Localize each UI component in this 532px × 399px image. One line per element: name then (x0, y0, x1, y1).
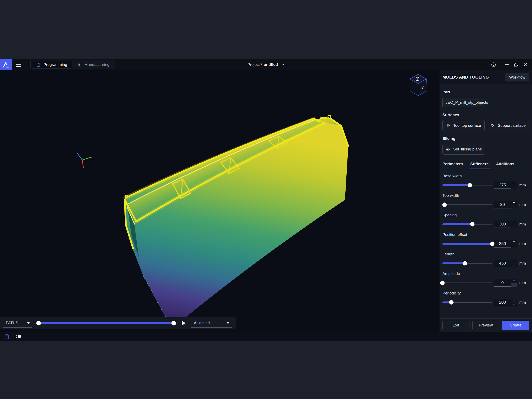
contrast-toggle-icon[interactable] (15, 334, 22, 339)
create-button[interactable]: Create (502, 321, 529, 330)
paths-dropdown[interactable]: PATHS (3, 319, 32, 328)
slider-value-input[interactable]: 275 (494, 181, 511, 189)
unit-label: mm (519, 203, 526, 207)
tab-additions[interactable]: Additions (496, 162, 514, 169)
dropdown-arrow-icon (226, 322, 230, 324)
slider-thumb[interactable] (470, 222, 475, 227)
slider-row: Amplitude 0 + - mm (443, 271, 529, 287)
increment-button[interactable]: + (511, 201, 517, 204)
decrement-button[interactable]: - (511, 185, 517, 189)
slider-fill (443, 223, 472, 225)
slider-track[interactable] (443, 261, 492, 266)
slider-track[interactable] (443, 222, 492, 227)
increment-button[interactable]: + (511, 240, 517, 244)
paths-dropdown-value: PATHS (6, 321, 18, 325)
slider-value-input[interactable]: 850 (494, 240, 511, 247)
cursor-icon (446, 123, 450, 128)
slider-thumb[interactable] (463, 261, 467, 266)
cursor-icon (490, 123, 495, 128)
part-name-field[interactable]: JEC_P_mill_stp_objects (443, 98, 485, 107)
tab-programming-label: Programming (44, 62, 67, 67)
decrement-button[interactable]: - (511, 303, 517, 306)
playback-bar: PATHS Animated (0, 317, 236, 329)
preview-button[interactable]: Preview (472, 321, 499, 330)
timeline-slider[interactable] (39, 321, 174, 326)
restore-icon (514, 62, 519, 67)
viewport-3d[interactable]: Z X Y PATHS Animated (0, 70, 439, 332)
minimize-button[interactable] (502, 59, 512, 70)
help-button[interactable]: ? (489, 59, 498, 70)
support-surface-button[interactable]: Support surface (487, 120, 529, 131)
decrement-button[interactable]: - (511, 224, 517, 228)
viewcube-z-label: Z (416, 76, 420, 82)
slider-value-input[interactable]: 300 (494, 221, 511, 228)
play-button[interactable] (182, 321, 186, 326)
slider-thumb[interactable] (440, 281, 445, 285)
slider-track[interactable] (443, 300, 492, 305)
workflow-button[interactable]: Workflow (505, 73, 529, 82)
slider-fill (443, 262, 465, 264)
slider-thumb[interactable] (468, 183, 472, 187)
slider-row: Top width 30 + - mm (443, 193, 529, 209)
decrement-button[interactable]: - (511, 264, 517, 267)
view-cube[interactable]: Z X Y (408, 73, 429, 98)
slider-fill (443, 184, 470, 186)
tab-perimeters[interactable]: Perimeters (443, 162, 463, 169)
tab-stiffeners[interactable]: Stiffeners (470, 162, 488, 169)
slider-stepper: + - (511, 279, 517, 287)
slider-thumb[interactable] (490, 242, 494, 246)
slider-track[interactable] (443, 202, 492, 207)
animation-mode-dropdown[interactable]: Animated (191, 319, 232, 328)
model-3d[interactable] (0, 70, 439, 332)
status-bar (0, 332, 532, 341)
slider-value-input[interactable]: 30 (494, 201, 511, 209)
support-surface-label: Support surface (498, 123, 526, 128)
slider-stepper: + - (511, 240, 517, 247)
decrement-button[interactable]: - (511, 244, 517, 247)
breadcrumb-prefix: Project / (247, 62, 262, 67)
timeline-start-handle[interactable] (36, 321, 41, 325)
menu-icon[interactable] (16, 63, 21, 67)
slider-label: Periodicity (443, 291, 529, 296)
slider-thumb[interactable] (449, 300, 454, 305)
slider-row: Length 450 + - mm (443, 252, 529, 267)
window-controls: ? (485, 59, 532, 70)
slider-track[interactable] (443, 280, 492, 285)
slider-label: Top width (443, 193, 529, 198)
slider-stepper: + - (511, 181, 517, 189)
minimize-icon (505, 64, 509, 65)
timeline-end-handle[interactable] (171, 321, 176, 325)
slider-thumb[interactable] (442, 203, 447, 207)
slider-track[interactable] (443, 183, 492, 188)
increment-button[interactable]: + (511, 181, 517, 185)
slider-value-input[interactable]: 450 (494, 260, 511, 267)
unit-label: mm (519, 280, 526, 285)
breadcrumb[interactable]: Project / untitled (247, 59, 285, 70)
slider-row: Base width 275 + - mm (443, 174, 529, 189)
set-slicing-plane-button[interactable]: Set slicing plane (443, 144, 485, 155)
exit-button[interactable]: Exit (443, 321, 469, 330)
timeline-fill (39, 322, 174, 324)
slider-fill (443, 243, 492, 245)
tool-top-surface-label: Tool top surface (453, 123, 481, 128)
decrement-button[interactable]: - (511, 283, 517, 287)
increment-button[interactable]: + (511, 299, 517, 302)
tool-top-surface-button[interactable]: Tool top surface (443, 120, 485, 131)
app-logo[interactable] (0, 59, 12, 70)
tab-manufacturing[interactable]: Manufacturing (72, 61, 114, 68)
unit-label: mm (519, 183, 526, 187)
decrement-button[interactable]: - (511, 205, 517, 209)
increment-button[interactable]: + (511, 221, 517, 224)
restore-button[interactable] (512, 59, 521, 70)
increment-button[interactable]: + (511, 279, 517, 283)
stiffener-tab-bar: Perimeters Stiffeners Additions (443, 162, 529, 169)
surfaces-section-label: Surfaces (443, 113, 529, 117)
clipboard-icon[interactable] (4, 334, 9, 339)
increment-button[interactable]: + (511, 260, 517, 263)
slider-value-input[interactable]: 0 (494, 279, 511, 287)
close-button[interactable] (521, 59, 530, 70)
tab-programming[interactable]: Programming (31, 61, 72, 68)
slider-track[interactable] (443, 241, 492, 246)
slider-value-input[interactable]: 200 (494, 299, 511, 306)
part-section-label: Part (443, 90, 529, 94)
